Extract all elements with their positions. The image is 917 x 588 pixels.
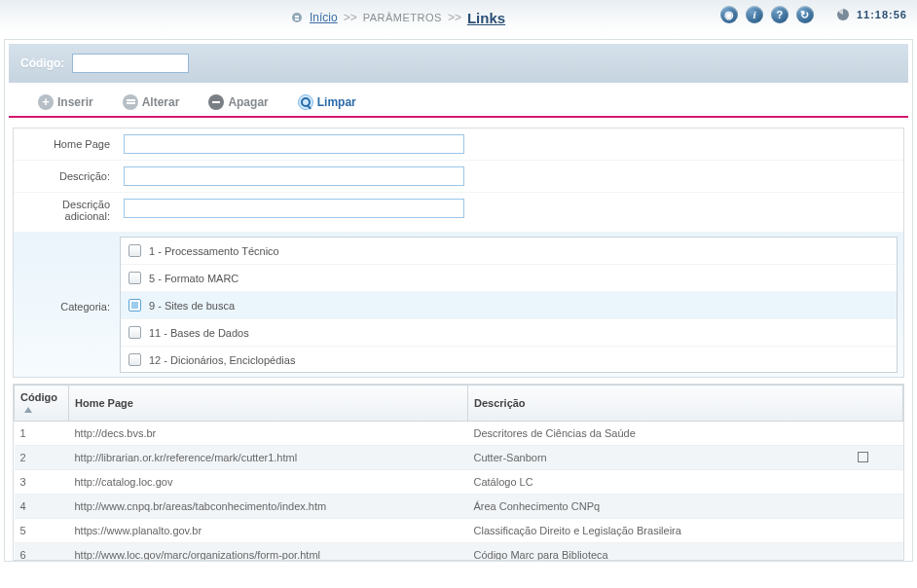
categoria-item[interactable]: 5 - Formato MARC <box>121 265 897 292</box>
refresh-icon[interactable]: ↻ <box>796 6 814 23</box>
sort-asc-icon <box>24 407 32 413</box>
edit-button[interactable]: Alterar <box>123 94 180 110</box>
plus-icon <box>38 94 54 110</box>
categoria-item[interactable]: 9 - Sites de busca <box>121 292 897 319</box>
cell-homepage: http://www.cnpq.br/areas/tabconhecimento… <box>69 495 468 519</box>
cell-homepage: https://www.planalto.gov.br <box>69 519 468 543</box>
form-row-descricao-adicional: Descrição adicional: <box>14 193 903 233</box>
row-selector-icon[interactable] <box>858 452 868 462</box>
cell-homepage: http://www.loc.gov/marc/organizations/fo… <box>69 543 468 561</box>
clear-label: Limpar <box>317 95 356 109</box>
descricao-input[interactable] <box>124 166 464 186</box>
breadcrumb-section: PARÂMETROS <box>363 12 442 23</box>
categoria-item-label: 9 - Sites de busca <box>149 300 235 312</box>
info-icon[interactable]: i <box>746 6 763 23</box>
cell-codigo: 1 <box>15 422 69 446</box>
categoria-item[interactable]: 1 - Processamento Técnico <box>121 238 897 265</box>
cell-codigo: 6 <box>15 543 69 561</box>
breadcrumb-current[interactable]: Links <box>467 10 505 26</box>
action-toolbar: Inserir Alterar Apagar Limpar <box>9 87 908 116</box>
cell-codigo: 3 <box>15 470 69 495</box>
cell-descricao: Código Marc para Biblioteca <box>468 543 903 561</box>
checkbox-icon[interactable] <box>128 272 141 284</box>
homepage-label: Home Page <box>14 129 116 160</box>
cell-homepage: http://decs.bvs.br <box>69 422 468 446</box>
checkbox-icon[interactable] <box>128 353 141 366</box>
form-row-descricao: Descrição: <box>14 161 903 193</box>
delete-button[interactable]: Apagar <box>208 94 268 110</box>
cell-codigo: 4 <box>15 495 69 519</box>
edit-icon <box>123 94 138 110</box>
magnifier-icon <box>298 94 313 110</box>
minus-icon <box>208 94 224 110</box>
breadcrumb-home-link[interactable]: Início <box>310 11 338 24</box>
col-codigo[interactable]: Código <box>15 386 69 422</box>
categoria-label: Categoria: <box>14 233 116 377</box>
descricao-adicional-label: Descrição adicional: <box>14 193 116 232</box>
grid-panel: Código Home Page Descrição 1http://decs.… <box>13 384 904 561</box>
clock-icon <box>837 9 849 20</box>
checkbox-icon[interactable] <box>128 299 141 312</box>
delete-label: Apagar <box>228 95 268 109</box>
breadcrumb-sep: >> <box>448 11 461 24</box>
categoria-item-label: 5 - Formato MARC <box>149 273 238 284</box>
table-row[interactable]: 1http://decs.bvs.brDescritores de Ciênci… <box>15 422 903 446</box>
homepage-input[interactable] <box>124 134 464 154</box>
table-row[interactable]: 3http://catalog.loc.govCatálogo LC <box>15 470 903 495</box>
form-row-homepage: Home Page <box>14 129 903 161</box>
globe-icon[interactable]: ◉ <box>720 6 738 23</box>
col-homepage[interactable]: Home Page <box>69 386 468 422</box>
cell-descricao: Área Conhecimento CNPq <box>468 495 903 519</box>
links-table: Código Home Page Descrição 1http://decs.… <box>14 385 903 560</box>
categoria-item-label: 12 - Dicionários, Enciclopédias <box>149 354 295 366</box>
top-right-tools: ◉ i ? ↻ 11:18:56 <box>720 6 907 23</box>
codigo-label: Código: <box>20 56 64 70</box>
home-icon <box>292 13 302 22</box>
toolbar-divider <box>9 116 908 118</box>
categoria-item[interactable]: 12 - Dicionários, Enciclopédias <box>121 347 897 373</box>
help-icon[interactable]: ? <box>771 6 789 23</box>
cell-homepage: http://catalog.loc.gov <box>69 470 468 495</box>
table-row[interactable]: 2http://librarian.or.kr/reference/mark/c… <box>15 446 903 470</box>
table-row[interactable]: 6http://www.loc.gov/marc/organizations/f… <box>15 543 903 561</box>
codigo-input[interactable] <box>72 54 189 73</box>
top-bar: Início >> PARÂMETROS >> Links ◉ i ? ↻ 11… <box>0 0 917 35</box>
cell-homepage: http://librarian.or.kr/reference/mark/cu… <box>69 446 468 470</box>
checkbox-icon[interactable] <box>128 244 141 257</box>
grid-scroll[interactable]: Código Home Page Descrição 1http://decs.… <box>14 385 903 560</box>
cell-codigo: 2 <box>15 446 69 470</box>
cell-descricao: Classificação Direito e Legislação Brasi… <box>468 519 903 543</box>
edit-label: Alterar <box>142 95 180 109</box>
codigo-bar: Código: <box>9 44 908 83</box>
cell-descricao: Descritores de Ciências da Saúde <box>468 422 903 446</box>
insert-button[interactable]: Inserir <box>38 94 93 110</box>
form-row-categoria: Categoria: 1 - Processamento Técnico5 - … <box>14 233 903 377</box>
table-row[interactable]: 4http://www.cnpq.br/areas/tabconheciment… <box>15 495 903 519</box>
descricao-label: Descrição: <box>14 161 116 192</box>
categoria-list[interactable]: 1 - Processamento Técnico5 - Formato MAR… <box>120 237 898 373</box>
categoria-item[interactable]: 11 - Bases de Dados <box>121 319 897 347</box>
form-panel: Home Page Descrição: Descrição adicional… <box>13 128 904 378</box>
categoria-item-label: 11 - Bases de Dados <box>149 327 249 339</box>
checkbox-icon[interactable] <box>128 326 141 339</box>
descricao-adicional-input[interactable] <box>124 199 464 218</box>
categoria-item-label: 1 - Processamento Técnico <box>149 245 279 257</box>
clock-time: 11:18:56 <box>857 9 907 20</box>
cell-descricao: Catálogo LC <box>468 470 903 495</box>
cell-codigo: 5 <box>15 519 69 543</box>
breadcrumb-sep: >> <box>344 11 357 24</box>
cell-descricao: Cutter-Sanborn <box>468 446 903 470</box>
breadcrumb: Início >> PARÂMETROS >> Links <box>292 10 505 26</box>
main-frame: Código: Inserir Alterar Apagar Limpar Ho… <box>4 39 913 562</box>
col-descricao[interactable]: Descrição <box>468 386 903 422</box>
clear-button[interactable]: Limpar <box>298 94 356 110</box>
insert-label: Inserir <box>57 95 93 109</box>
table-row[interactable]: 5https://www.planalto.gov.brClassificaçã… <box>15 519 903 543</box>
